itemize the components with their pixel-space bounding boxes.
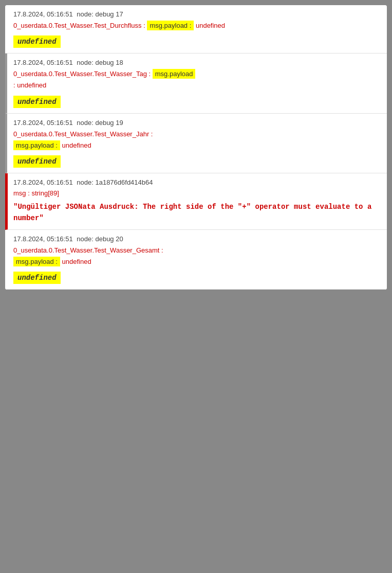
node-label-17: node: debug 17 [77, 10, 123, 18]
log-entry-20: 17.8.2024, 05:16:51 node: debug 20 0_use… [5, 230, 387, 290]
colon-value-17: undefined [196, 22, 225, 29]
timestamp-line-17: 17.8.2024, 05:16:51 node: debug 17 [13, 10, 379, 18]
payload-line-20: msg.payload : undefined [13, 257, 379, 266]
topic-line-18: 0_userdata.0.Test_Wasser.Test_Wasser_Tag… [13, 69, 379, 79]
payload-badge-18: msg.payload [153, 69, 196, 79]
timestamp-17: 17.8.2024, 05:16:51 [13, 10, 73, 18]
log-container: 17.8.2024, 05:16:51 node: debug 17 0_use… [5, 5, 387, 290]
topic-text-18: 0_userdata.0.Test_Wasser.Test_Wasser_Tag [13, 70, 147, 78]
value-after-19: undefined [62, 141, 91, 149]
topic-continuation-18: : undefined [13, 81, 379, 90]
node-label-20: node: debug 20 [77, 235, 123, 243]
timestamp-line-19: 17.8.2024, 05:16:51 node: debug 19 [13, 119, 379, 127]
error-message: "Ungültiger JSONata Ausdruck: The right … [13, 201, 379, 224]
node-label-18: node: debug 18 [77, 59, 123, 66]
payload-badge-20: msg.payload : [13, 257, 60, 266]
undefined-badge-19: undefined [13, 152, 379, 168]
topic-line-20: 0_userdata.0.Test_Wasser.Test_Wasser_Ges… [13, 246, 379, 255]
timestamp-line-20: 17.8.2024, 05:16:51 node: debug 20 [13, 235, 379, 243]
undefined-badge-17: undefined [13, 32, 379, 48]
timestamp-19: 17.8.2024, 05:16:51 [13, 119, 73, 127]
timestamp-error: 17.8.2024, 05:16:51 [13, 178, 73, 186]
node-label-error: node: 1a1876d6fd414b64 [77, 178, 153, 186]
value-after-20: undefined [62, 258, 91, 265]
timestamp-18: 17.8.2024, 05:16:51 [13, 59, 73, 66]
undefined-badge-18: undefined [13, 93, 379, 108]
topic-text-20: 0_userdata.0.Test_Wasser.Test_Wasser_Ges… [13, 246, 163, 254]
payload-badge-17: msg.payload : [147, 21, 194, 30]
timestamp-line-18: 17.8.2024, 05:16:51 node: debug 18 [13, 59, 379, 66]
log-entry-19: 17.8.2024, 05:16:51 node: debug 19 0_use… [5, 114, 387, 173]
topic-text-19: 0_userdata.0.Test_Wasser.Test_Wasser_Jah… [13, 130, 153, 138]
topic-text-17: 0_userdata.0.Test_Wasser.Test_Durchfluss [13, 22, 142, 29]
topic-line-17: 0_userdata.0.Test_Wasser.Test_Durchfluss… [13, 21, 379, 30]
timestamp-line-error: 17.8.2024, 05:16:51 node: 1a1876d6fd414b… [13, 178, 379, 186]
msg-type-line: msg : string[89] [13, 189, 379, 197]
log-entry-18: 17.8.2024, 05:16:51 node: debug 18 0_use… [5, 53, 387, 113]
topic-line-19: 0_userdata.0.Test_Wasser.Test_Wasser_Jah… [13, 130, 379, 139]
undefined-badge-20: undefined [13, 268, 379, 284]
log-entry-error: 17.8.2024, 05:16:51 node: 1a1876d6fd414b… [5, 173, 387, 230]
node-label-19: node: debug 19 [77, 119, 123, 127]
payload-badge-19: msg.payload : [13, 140, 60, 150]
payload-line-19: msg.payload : undefined [13, 141, 379, 150]
log-entry-17: 17.8.2024, 05:16:51 node: debug 17 0_use… [5, 5, 387, 53]
timestamp-20: 17.8.2024, 05:16:51 [13, 235, 73, 243]
value-after-badge-18: : undefined [13, 81, 46, 89]
